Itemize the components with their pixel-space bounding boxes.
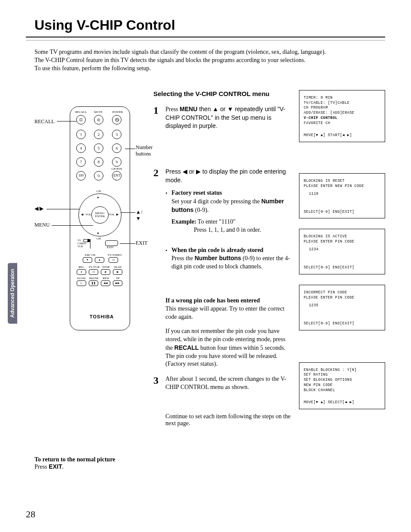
callout-line	[121, 212, 135, 213]
bullet-text-b: (0-9).	[193, 207, 209, 213]
bullet-already-stored: When the pin code is already stored Pres…	[165, 246, 292, 271]
switch-cable: CABLE	[78, 242, 86, 245]
screens-column: TIMER: 0 MIN TV/CABLE: [TV]CABLE CH PROG…	[299, 90, 385, 470]
label-rec: REC	[77, 266, 86, 269]
step3-text: After about 1 second, the screen changes…	[165, 375, 292, 392]
bullet-text-a: Press the	[171, 255, 195, 261]
page-number: 28	[26, 509, 35, 520]
label-mute: MUTE	[92, 111, 104, 114]
callout-menu: MENU	[34, 222, 50, 228]
source-switch[interactable]: TV CABLE VCR	[78, 239, 90, 249]
callout-line	[57, 121, 76, 121]
tvvideo-button[interactable]: ⊡	[109, 257, 118, 263]
stop-button[interactable]: ■	[101, 269, 110, 275]
num-100[interactable]: 100	[76, 171, 86, 180]
step-3: 3 After about 1 second, the screen chang…	[153, 375, 292, 392]
example-block: Example: To enter "1110" Press 1, 1, 1, …	[165, 218, 292, 234]
osd-footer: MOVE[▼ ▲] SELECT[◀ ▶]	[304, 400, 380, 405]
num-9[interactable]: 9	[112, 157, 121, 167]
bullet-factory-reset: Factory reset status Set your 4 digit co…	[165, 189, 292, 215]
rew-button[interactable]: ◀◀	[101, 280, 110, 286]
recall-b: button four times within 5 seconds.	[199, 345, 285, 351]
label-chrtn: CH RTN	[110, 168, 123, 171]
num-1[interactable]: 1	[76, 130, 86, 139]
menu-enter-button[interactable]: MENU/ ENTER	[91, 206, 109, 224]
osd-screen-setup: TIMER: 0 MIN TV/CABLE: [TV]CABLE CH PROG…	[299, 90, 385, 142]
step2-lead: Press ◀ or ▶ to display the pin code ent…	[165, 168, 286, 184]
label-ch-up: CH	[97, 190, 101, 193]
triangle-left-icon: ◀	[81, 213, 83, 216]
label-rew: REW	[101, 277, 111, 280]
recall-c: The pin code you have stored will be rel…	[165, 353, 277, 367]
osd-line: ADD/ERASE: [ADD]ERASE	[304, 111, 380, 116]
triangle-right-icon: ▶	[116, 213, 118, 216]
number-buttons-kw: Number buttons	[195, 255, 241, 261]
return-note: To return to the normal picture Press EX…	[34, 456, 146, 470]
intro-line: To use this feature, perform the followi…	[34, 65, 151, 72]
rec-button[interactable]: ●	[77, 269, 86, 275]
callout-line	[47, 209, 79, 209]
remote-diagram: RECALL Number buttons ◀/▶ ▲/▼ MENU EXIT …	[34, 103, 146, 336]
step-number: 3	[153, 375, 161, 392]
steps-column: Selecting the V-CHIP CONTROL menu 1 Pres…	[153, 90, 292, 470]
callout-line	[125, 149, 135, 149]
osd-screen-reset: BLOCKING IS RESET PLEASE ENTER NEW PIN C…	[299, 173, 385, 219]
title-rule	[26, 37, 385, 37]
num-5[interactable]: 5	[94, 143, 103, 153]
label-favch: FAV CH	[84, 254, 97, 257]
wrong-pin-head: If a wrong pin code has been entered	[165, 297, 292, 305]
osd-screen-vchip-menu: ENABLE BLOCKING : Y[N] SET RATING SET BL…	[299, 362, 385, 409]
label-pause: PAUSE	[88, 277, 100, 280]
num-7[interactable]: 7	[76, 157, 86, 167]
intro-paragraph: Some TV programs and movies include sign…	[34, 48, 385, 73]
step-number: 1	[153, 105, 161, 131]
osd-line: CH PROGRAM	[304, 106, 380, 111]
exit-button[interactable]	[105, 240, 118, 246]
mute-button[interactable]: ⊘	[94, 115, 103, 124]
triangle-up-icon: ▲	[97, 196, 100, 199]
label-slow: SLOW	[77, 277, 86, 280]
osd-line: BLOCKING IS RESET	[304, 179, 380, 184]
title-rule-secondary	[26, 40, 385, 40]
switch-tv: TV	[78, 239, 81, 242]
recall-button[interactable]: ⊡	[76, 115, 86, 124]
osd-line-highlight: V-CHIP CONTROL	[304, 116, 380, 121]
ent-button[interactable]: ENT	[112, 171, 121, 180]
favch-up-button[interactable]: ▲	[95, 257, 104, 263]
pause-button[interactable]: ❚❚	[89, 280, 98, 286]
intro-line: Some TV programs and movies include sign…	[34, 49, 326, 55]
num-3[interactable]: 3	[112, 130, 121, 139]
power-button[interactable]: ⏻	[112, 115, 121, 124]
num-8[interactable]: 8	[94, 157, 103, 167]
return-title: To return to the normal picture	[34, 456, 115, 463]
label-ch-down: CH	[97, 237, 101, 240]
label-tvvideo: TV/VIDEO	[107, 254, 122, 257]
num-6[interactable]: 6	[112, 143, 121, 153]
num-2[interactable]: 2	[94, 130, 103, 139]
step1-text-a: Press	[165, 106, 180, 112]
triangle-down-icon: ▼	[97, 232, 100, 235]
wrong-pin-body: This message will appear. Try to enter t…	[165, 305, 292, 321]
osd-footer: SELECT[0-9] END[EXIT]	[304, 265, 380, 271]
osd-line: NEW PIN CODE	[304, 383, 380, 388]
osd-line: SET BLOCKING OPTIONS	[304, 378, 380, 383]
slow-button[interactable]: ▷	[77, 280, 86, 286]
favch-down-button[interactable]: ▼	[83, 257, 92, 263]
osd-footer: SELECT[0-9] END[EXIT]	[304, 210, 380, 215]
osd-line: BLOCK CHANNEL	[304, 388, 380, 393]
tvvcr-button[interactable]: ⊡	[89, 269, 98, 275]
side-tab-advanced-operation: Advanced Operaion	[8, 263, 17, 324]
osd-screen-active: BLOCKING IS ACTIVE PLEASE ENTER PIN CODE…	[299, 229, 385, 274]
play-button[interactable]: ▶	[113, 269, 122, 275]
osd-line: PLEASE ENTER NEW PIN CODE	[304, 184, 380, 189]
label-stop: STOP	[101, 266, 111, 269]
num-4[interactable]: 4	[76, 143, 86, 153]
step-1: 1 Press MENU then ▲ or ▼ repeatedly unti…	[153, 105, 292, 131]
step-2: 2 Press ◀ or ▶ to display the pin code e…	[153, 168, 292, 368]
ff-button[interactable]: ▶▶	[113, 280, 122, 286]
bullet-head: When the pin code is already stored	[171, 247, 263, 253]
callout-up-down: ▲/▼	[136, 209, 146, 222]
num-0[interactable]: 0	[94, 171, 103, 180]
menu-keyword: MENU	[180, 106, 197, 112]
section-subhead: Selecting the V-CHIP CONTROL menu	[153, 90, 292, 97]
